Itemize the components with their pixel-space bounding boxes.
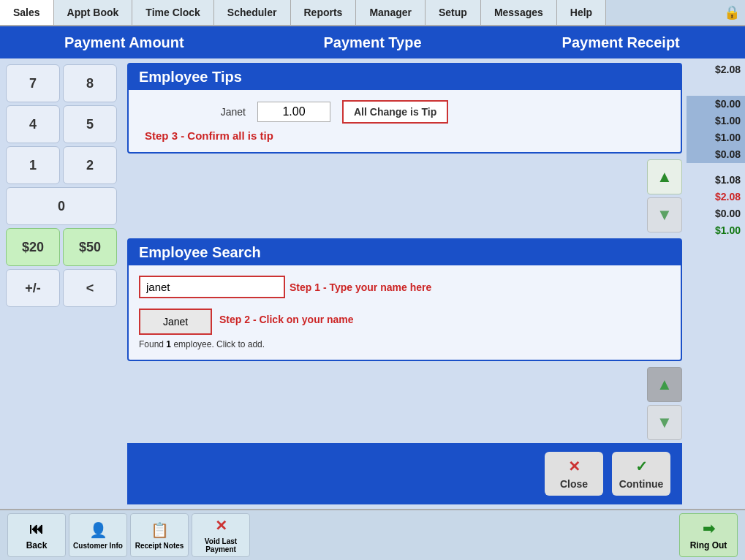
search-row: Step 1 - Type your name here [139,276,670,298]
continue-button[interactable]: ✓ Continue [612,452,670,496]
search-up-arrow[interactable]: ▲ [647,367,682,402]
search-modal-body: Step 1 - Type your name here Janet Step … [129,265,681,360]
header-bar: Payment Amount Payment Type Payment Rece… [0,26,745,58]
numpad-2[interactable]: 2 [63,146,117,184]
tab-messages[interactable]: Messages [481,0,557,25]
ring-out-icon: ➡ [703,520,715,537]
search-down-arrow-section: ▼ [127,405,682,440]
customer-info-button[interactable]: 👤 Customer Info [69,513,127,557]
amount-1: $0.00 [687,96,745,113]
tab-setup[interactable]: Setup [426,0,481,25]
tips-down-arrow[interactable]: ▼ [647,197,682,232]
sum-amount-4: $1.00 [687,222,745,239]
search-down-arrow[interactable]: ▼ [647,405,682,440]
step3-label: Step 3 - Confirm all is tip [139,129,670,142]
lock-icon: 🔒 [719,0,745,25]
found-text: Found 1 employee. Click to add. [139,339,670,349]
quick-50[interactable]: $50 [63,228,117,266]
center-panel-wrapper: Employee Tips Janet All Change is Tip St… [123,58,745,509]
numpad-5[interactable]: 5 [63,105,117,143]
tab-manager[interactable]: Manager [356,0,426,25]
numpad-row-quick: $20 $50 [6,228,117,266]
tab-time-clock[interactable]: Time Clock [132,0,213,25]
quick-20[interactable]: $20 [6,228,60,266]
employee-tips-modal: Employee Tips Janet All Change is Tip St… [127,63,682,154]
center-panel: Employee Tips Janet All Change is Tip St… [123,58,687,509]
amount-2: $1.00 [687,113,745,129]
step2-label: Step 2 - Click on your name [219,314,354,325]
void-last-payment-button[interactable]: ✕ Void Last Payment [192,513,250,557]
down-arrow-section1: ▼ [127,197,682,232]
numpad-row-1: 7 8 [6,64,117,102]
numpad-panel: 7 8 4 5 1 2 0 $20 $50 +/- < [0,58,123,509]
sum-amount-2: $2.08 [687,189,745,205]
numpad-plus-minus[interactable]: +/- [6,269,60,307]
tips-up-arrow[interactable]: ▲ [647,159,682,194]
sum-amount-3: $0.00 [687,205,745,222]
customer-info-label: Customer Info [73,542,123,550]
tab-scheduler[interactable]: Scheduler [214,0,291,25]
numpad-row-4: 0 [6,187,117,225]
all-change-tip-button[interactable]: All Change is Tip [342,100,448,124]
receipt-notes-icon: 📋 [151,521,169,539]
payment-type-label: Payment Type [249,34,497,51]
employee-search-input[interactable] [139,276,285,298]
tip-amount-input[interactable] [257,102,330,122]
numpad-row-2: 4 5 [6,105,117,143]
void-icon: ✕ [215,517,227,534]
numpad-row-5: +/- < [6,269,117,307]
numpad-backspace[interactable]: < [63,269,117,307]
sum-amount-1: $1.08 [687,172,745,189]
payment-amount-label: Payment Amount [0,34,249,51]
right-amounts-panel: $2.08 $0.00 $1.00 $1.00 $0.08 $1.08 $2.0… [687,58,745,509]
close-label: Close [560,478,588,490]
close-button[interactable]: ✕ Close [545,452,603,496]
tab-sales[interactable]: Sales [0,0,54,25]
numpad-1[interactable]: 1 [6,146,60,184]
tab-help[interactable]: Help [557,0,606,25]
tips-row: Janet All Change is Tip [139,100,670,124]
modal-footer: ✕ Close ✓ Continue [127,443,682,504]
employee-result-button[interactable]: Janet [139,309,212,335]
numpad-0[interactable]: 0 [6,187,117,225]
search-modal-title: Employee Search [129,240,681,265]
tab-reports[interactable]: Reports [291,0,357,25]
continue-label: Continue [619,478,664,490]
back-icon: ⏮ [29,521,44,537]
top-navigation: Sales Appt Book Time Clock Scheduler Rep… [0,0,745,26]
numpad-8[interactable]: 8 [63,64,117,102]
customer-icon: 👤 [89,521,107,539]
amount-3: $1.00 [687,129,745,146]
ring-out-label: Ring Out [690,540,727,550]
numpad-7[interactable]: 7 [6,64,60,102]
found-prefix: Found [139,339,166,349]
amount-4: $0.08 [687,146,745,163]
main-area: 7 8 4 5 1 2 0 $20 $50 +/- < Employee Tip… [0,58,745,509]
found-suffix: employee. Click to add. [171,339,265,349]
back-button[interactable]: ⏮ Back [7,513,66,557]
receipt-notes-label: Receipt Notes [135,542,184,550]
highlighted-amounts: $0.00 $1.00 $1.00 $0.08 [687,96,745,163]
employee-search-modal: Employee Search Step 1 - Type your name … [127,238,682,361]
void-last-payment-label: Void Last Payment [192,537,249,553]
close-icon: ✕ [568,458,581,475]
search-up-arrow-section: ▲ [127,367,682,402]
bottom-navigation: ⏮ Back 👤 Customer Info 📋 Receipt Notes ✕… [0,509,745,560]
tips-employee-name: Janet [187,106,246,118]
step1-label: Step 1 - Type your name here [290,281,431,293]
top-amount: $2.08 [687,61,745,78]
tips-modal-title: Employee Tips [129,64,681,90]
continue-icon: ✓ [635,458,648,475]
numpad-4[interactable]: 4 [6,105,60,143]
up-arrow-section: ▲ [127,159,682,194]
receipt-notes-button[interactable]: 📋 Receipt Notes [130,513,189,557]
tab-appt-book[interactable]: Appt Book [54,0,133,25]
payment-receipt-label: Payment Receipt [496,34,745,51]
ring-out-button[interactable]: ➡ Ring Out [679,513,738,557]
numpad-row-3: 1 2 [6,146,117,184]
back-label: Back [26,540,48,550]
tips-modal-body: Janet All Change is Tip Step 3 - Confirm… [129,90,681,152]
result-row: Janet Step 2 - Click on your name [139,304,670,335]
